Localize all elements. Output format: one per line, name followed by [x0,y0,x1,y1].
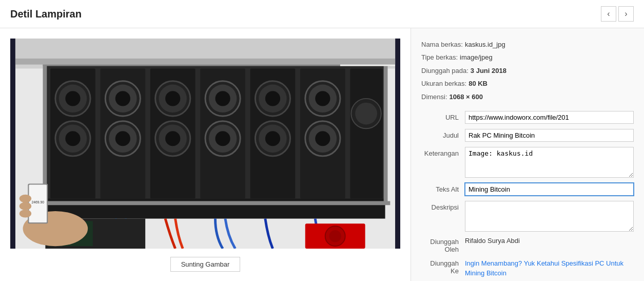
url-input[interactable] [465,111,634,124]
svg-point-13 [115,91,130,106]
page-title: Detil Lampiran [10,8,82,20]
svg-point-20 [165,91,180,106]
svg-text:2469.90: 2469.90 [31,200,44,204]
diunggah-ke-label: Diunggah Ke [421,258,465,275]
dimensi-value: 1068 × 600 [450,91,483,103]
nav-next-button[interactable]: › [618,6,634,22]
svg-rect-45 [350,68,382,198]
svg-rect-52 [43,64,47,204]
deskripsi-textarea[interactable] [465,201,634,232]
url-label: URL [421,111,465,121]
main-content: 2469.90 Sunting Gambar Nama berkas: kask… [0,28,644,281]
image-panel: 2469.90 Sunting Gambar [0,28,411,281]
svg-point-9 [65,131,80,146]
teks-alt-row: Teks Alt [421,183,634,196]
teks-alt-label: Teks Alt [421,183,465,193]
tipe-berkas-row: Tipe berkas: image/jpeg [421,51,634,63]
svg-point-63 [19,195,31,203]
tipe-berkas-value: image/jpeg [460,51,493,63]
file-metadata: Nama berkas: kaskus.id_jpg Tipe berkas: … [421,39,634,103]
keterangan-label: Keterangan [421,147,465,157]
svg-rect-53 [384,64,388,204]
deskripsi-label: Deskripsi [421,201,465,211]
svg-point-23 [165,131,180,146]
judul-input[interactable] [465,129,634,142]
dimensi-label: Dimensi: [421,91,447,103]
info-panel: Nama berkas: kaskus.id_jpg Tipe berkas: … [411,28,644,281]
url-row: URL [421,111,634,124]
keterangan-textarea[interactable]: Image: kaskus.id [465,147,634,178]
diunggah-oleh-value: Rifaldo Surya Abdi [465,237,520,245]
nama-berkas-label: Nama berkas: [421,39,463,50]
svg-rect-68 [15,59,395,65]
svg-point-65 [19,210,31,218]
diunggah-oleh-row: Diunggah Oleh Rifaldo Surya Abdi [421,237,634,253]
svg-point-51 [329,230,341,242]
deskripsi-row: Deskripsi [421,201,634,232]
attachment-image: 2469.90 [10,39,400,249]
svg-point-41 [315,91,330,106]
diunggah-pada-label: Diunggah pada: [421,65,469,77]
svg-point-34 [265,91,280,106]
svg-point-6 [65,91,80,106]
svg-rect-55 [43,201,391,205]
svg-point-30 [215,131,230,146]
tipe-berkas-label: Tipe berkas: [421,51,458,63]
diunggah-ke-link[interactable]: Ingin Menambang? Yuk Ketahui Spesifikasi… [465,258,634,278]
sunting-gambar-button[interactable]: Sunting Gambar [170,257,241,272]
form-section: URL Judul Keterangan Image: kaskus.id Te… [421,111,634,278]
judul-row: Judul [421,129,634,142]
diunggah-pada-value: 3 Juni 2018 [471,65,506,77]
nama-berkas-value: kaskus.id_jpg [465,39,505,50]
nama-berkas-row: Nama berkas: kaskus.id_jpg [421,39,634,50]
svg-point-27 [215,91,230,106]
svg-point-44 [315,131,330,146]
ukuran-berkas-value: 80 KB [469,78,487,89]
svg-point-37 [265,131,280,146]
ukuran-berkas-row: Ukuran berkas: 80 KB [421,78,634,89]
nav-prev-button[interactable]: ‹ [601,6,616,22]
svg-point-47 [355,103,377,125]
keterangan-row: Keterangan Image: kaskus.id [421,147,634,178]
judul-label: Judul [421,129,465,139]
teks-alt-input[interactable] [465,183,634,196]
ukuran-berkas-label: Ukuran berkas: [421,78,466,89]
image-container: 2469.90 [10,39,400,249]
page-header: Detil Lampiran ‹ › [0,0,644,28]
diunggah-ke-row: Diunggah Ke Ingin Menambang? Yuk Ketahui… [421,258,634,278]
diunggah-oleh-label: Diunggah Oleh [421,237,465,253]
svg-point-64 [19,202,31,210]
dimensi-row: Dimensi: 1068 × 600 [421,91,634,103]
nav-arrows: ‹ › [601,6,634,22]
svg-point-16 [115,131,130,146]
diunggah-pada-row: Diunggah pada: 3 Juni 2018 [421,65,634,77]
